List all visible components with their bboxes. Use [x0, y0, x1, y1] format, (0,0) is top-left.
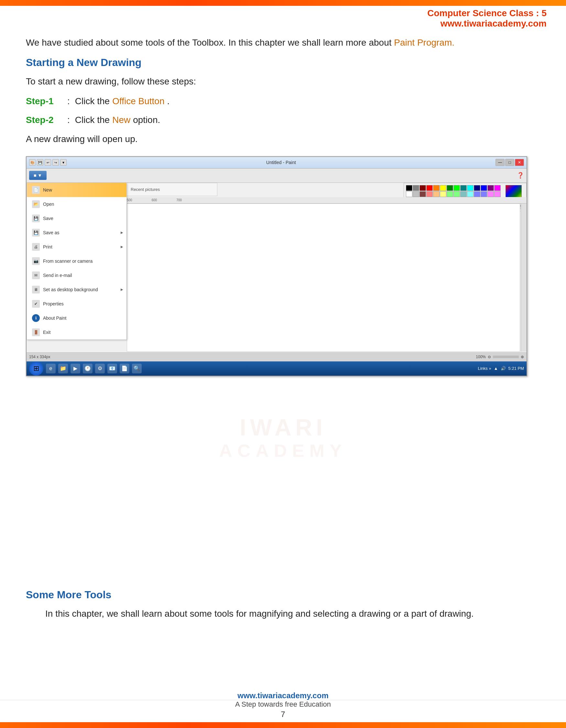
close-button[interactable]: ✕ [515, 159, 524, 166]
new-icon: 📄 [32, 186, 40, 194]
color-cell[interactable] [474, 185, 480, 191]
zoom-minus[interactable]: ⊖ [488, 355, 491, 359]
paint-ribbon: ■ ▼ ❓ [27, 169, 527, 183]
save-quick-icon[interactable]: 💾 [37, 159, 43, 166]
paint-canvas[interactable] [127, 204, 520, 352]
step2-label: Step-2 [26, 113, 65, 127]
color-cell[interactable] [494, 185, 501, 191]
color-cell[interactable] [460, 191, 467, 197]
menu-item-properties[interactable]: ✔ Properties [27, 297, 127, 311]
intro-highlight: Paint Program. [394, 38, 454, 48]
color-cell[interactable] [419, 185, 426, 191]
home-ribbon-button[interactable]: ■ ▼ [29, 171, 47, 180]
menu-properties-label: Properties [43, 301, 64, 306]
intro-text1: We have studied about some tools of the … [26, 38, 394, 48]
taskbar-media-icon[interactable]: ▶ [71, 364, 80, 373]
scanner-icon: 📷 [32, 257, 40, 265]
start-button[interactable]: ⊞ [29, 361, 43, 376]
saveas-icon: 💾 [32, 229, 40, 237]
menu-new-label: New [43, 187, 52, 193]
color-cell[interactable] [453, 191, 460, 197]
menu-item-open[interactable]: 📂 Open [27, 197, 127, 211]
taskbar-settings-icon[interactable]: ⚙ [95, 364, 105, 373]
color-cell[interactable] [426, 185, 433, 191]
taskbar-volume-icon[interactable]: 🔊 [501, 366, 506, 371]
menu-save-label: Save [43, 216, 53, 221]
minimize-button[interactable]: — [495, 159, 505, 166]
color-cell[interactable] [467, 191, 473, 197]
watermark-iwari: IWARI [240, 414, 326, 441]
zoom-value: 100% [476, 355, 486, 359]
color-cell[interactable] [419, 191, 426, 197]
result-text: A new drawing will open up. [26, 132, 540, 147]
undo-icon[interactable]: ↩ [45, 159, 51, 166]
color-cell[interactable] [447, 191, 453, 197]
color-cell[interactable] [453, 185, 460, 191]
color-cell[interactable] [494, 191, 501, 197]
desktop-icon: 🖥 [32, 286, 40, 293]
color-cell[interactable] [406, 185, 412, 191]
color-cell[interactable] [433, 191, 439, 197]
color-cell[interactable] [481, 185, 487, 191]
footer-url: www.tiwariacademy.com [0, 691, 566, 700]
menu-about-label: About Paint [43, 315, 66, 321]
color-cell[interactable] [447, 185, 453, 191]
maximize-button[interactable]: □ [505, 159, 514, 166]
color-cell[interactable] [487, 185, 494, 191]
desktop-arrow: ▶ [121, 288, 123, 291]
ruler-marks: 500 600 700 [127, 198, 182, 202]
vertical-scrollbar[interactable] [521, 204, 527, 352]
menu-item-email[interactable]: ✉ Send in e-mail [27, 268, 127, 282]
zoom-plus[interactable]: ⊕ [521, 355, 524, 359]
step1-colon: : [67, 94, 70, 109]
taskbar-folder-icon[interactable]: 📁 [58, 364, 68, 373]
menu-item-exit[interactable]: 🚪 Exit [27, 325, 127, 339]
paint-screenshot: 🎨 💾 ↩ ↪ ▼ Untitled - Paint — □ ✕ ■ ▼ ❓ [26, 156, 527, 376]
color-cell[interactable] [467, 185, 473, 191]
menu-email-label: Send in e-mail [43, 273, 72, 278]
watermark-academy: ACADEMY [219, 440, 347, 461]
menu-item-saveas[interactable]: 💾 Save as ▶ [27, 226, 127, 240]
step2-colon: : [67, 113, 70, 127]
taskbar-app3-icon[interactable]: 🔍 [132, 364, 142, 373]
step2-line: Step-2 : Click the New option. [26, 113, 540, 127]
steps-intro: To start a new drawing, follow these ste… [26, 74, 540, 89]
color-cell[interactable] [440, 191, 446, 197]
titlebar-icons: 🎨 💾 ↩ ↪ ▼ [29, 159, 67, 166]
taskbar-app1-icon[interactable]: 📧 [107, 364, 117, 373]
menu-item-desktop[interactable]: 🖥 Set as desktop background ▶ [27, 282, 127, 297]
menu-item-save[interactable]: 💾 Save [27, 211, 127, 226]
color-cell[interactable] [481, 191, 487, 197]
menu-exit-label: Exit [43, 330, 50, 335]
properties-icon: ✔ [32, 300, 40, 308]
paint-body: 📄 New 📂 Open 💾 Save 💾 Save as ▶ 🖨 [27, 183, 527, 361]
menu-item-new[interactable]: 📄 New [27, 183, 127, 197]
color-cell[interactable] [413, 191, 419, 197]
color-cell[interactable] [474, 191, 480, 197]
zoom-slider[interactable] [493, 356, 519, 358]
menu-item-about[interactable]: ℹ About Paint [27, 311, 127, 325]
menu-saveas-label: Save as [43, 230, 60, 235]
color-cell[interactable] [406, 191, 412, 197]
color-cell[interactable] [426, 191, 433, 197]
dropdown-icon[interactable]: ▼ [60, 159, 67, 166]
section2: Some More Tools In this chapter, we shal… [26, 589, 540, 626]
help-icon[interactable]: ❓ [517, 172, 524, 179]
taskbar-right-area: Links » ▲ 🔊 5:21 PM [478, 366, 524, 371]
footer: www.tiwariacademy.com A Step towards fre… [0, 691, 566, 709]
taskbar-app2-icon[interactable]: 📄 [120, 364, 129, 373]
menu-item-print[interactable]: 🖨 Print ▶ [27, 240, 127, 254]
color-cell[interactable] [433, 185, 439, 191]
menu-item-scanner[interactable]: 📷 From scanner or camera [27, 254, 127, 268]
taskbar-clock-icon[interactable]: 🕐 [83, 364, 93, 373]
color-cell[interactable] [460, 185, 467, 191]
color-cell[interactable] [487, 191, 494, 197]
redo-icon[interactable]: ↪ [52, 159, 59, 166]
about-icon: ℹ [32, 314, 40, 322]
paint-statusbar: 154 x 334px 100% ⊖ ⊕ [27, 352, 527, 361]
color-cell[interactable] [440, 185, 446, 191]
paint-dropdown-menu: 📄 New 📂 Open 💾 Save 💾 Save as ▶ 🖨 [27, 183, 127, 340]
taskbar-ie-icon[interactable]: e [46, 364, 56, 373]
color-cell[interactable] [413, 185, 419, 191]
color-grid[interactable] [406, 185, 501, 197]
